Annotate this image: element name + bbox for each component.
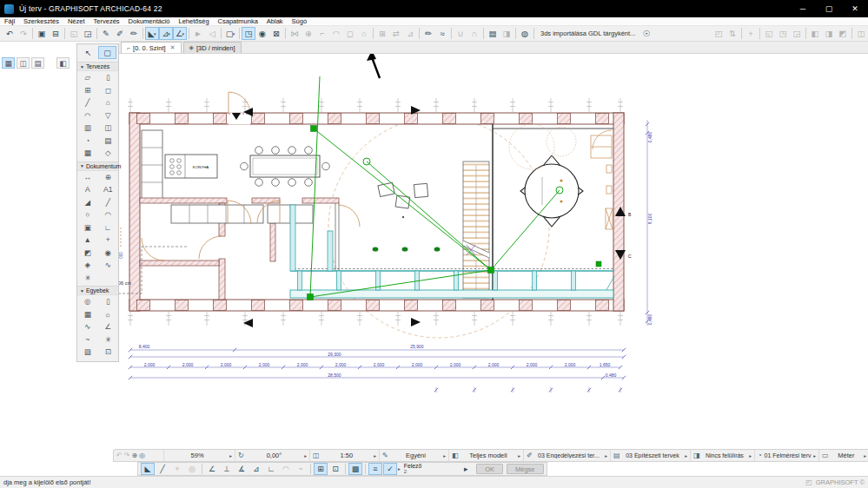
tab-3d[interactable]: ◈ [3D / minden] — [183, 42, 242, 53]
menu-file[interactable]: Fájl — [0, 17, 19, 25]
opening-tool[interactable]: ▯ — [98, 295, 119, 308]
maximize-button[interactable]: ▢ — [816, 0, 842, 17]
view-mode-2-icon[interactable]: ◫ — [17, 57, 30, 69]
library-icon[interactable]: ◍ — [518, 27, 532, 40]
snap-arc-icon[interactable]: ◠ — [279, 463, 293, 475]
fillet-icon[interactable]: ◠ — [329, 27, 343, 40]
order-front-icon[interactable]: ◨ — [822, 27, 836, 40]
import-3ds-button[interactable]: 3ds importálása GDL tárgyként... — [536, 27, 639, 40]
zoom-selector[interactable]: 59%▸ — [164, 450, 235, 461]
close-button[interactable]: ✕ — [842, 0, 868, 17]
zone-tool[interactable]: ◇ — [98, 147, 119, 160]
order-back-icon[interactable]: ◩ — [836, 27, 850, 40]
menu-design[interactable]: Tervezés — [89, 17, 124, 25]
add-drawing-icon[interactable]: + — [744, 27, 758, 40]
select-arrow-tool[interactable]: ↖ — [79, 46, 97, 59]
redo-icon[interactable]: ↷ — [17, 27, 30, 40]
copy-icon[interactable]: ◱ — [67, 27, 81, 40]
morph-tool[interactable]: ▽ — [98, 109, 119, 122]
snap-curve-icon[interactable]: ~ — [294, 463, 308, 475]
override-selector[interactable]: ◨ Nincs felülírás▸ — [691, 450, 755, 461]
relative-line-icon[interactable]: ╱ — [156, 463, 169, 475]
arrow-mode-icon[interactable]: ► — [191, 27, 205, 40]
section-document[interactable]: ▼Dokumentum — [77, 162, 118, 171]
patch-tool[interactable]: ✳ — [98, 333, 119, 346]
parameter-pen-icon[interactable]: ✏ — [127, 27, 141, 40]
multiply-icon[interactable]: ⊞ — [375, 27, 389, 40]
roof-tool[interactable]: ⌂ — [98, 96, 119, 109]
pick-element-icon[interactable]: ◉ — [255, 27, 269, 40]
previous-view-icon[interactable]: ↶ — [116, 452, 123, 459]
intersect-icon[interactable]: ∩ — [467, 27, 481, 40]
stretch-icon[interactable]: ⇄ — [389, 27, 403, 40]
relative-angle-icon[interactable]: ◣ — [141, 463, 155, 475]
trim-icon[interactable]: ⌐ — [315, 27, 329, 40]
shading-icon[interactable]: ◨ — [500, 27, 514, 40]
object-tool[interactable]: ▦ — [77, 147, 98, 160]
section-design[interactable]: ▼Tervezés — [77, 62, 118, 71]
elevation-tool[interactable]: ◉ — [98, 247, 119, 260]
marquee-mode-icon[interactable]: ▢▾ — [223, 27, 237, 40]
wall-tool[interactable]: ▱ — [77, 71, 98, 84]
custom-selector[interactable]: ✎ Egyéni▸ — [380, 450, 449, 461]
align-center-icon[interactable]: ◳ — [776, 27, 790, 40]
group-icon[interactable]: ◫ — [854, 27, 868, 40]
marquee-tool[interactable]: ▢ — [98, 46, 116, 59]
menu-window[interactable]: Ablak — [262, 17, 288, 25]
zoom-select-icon[interactable]: ⊕ — [301, 27, 315, 40]
snap-point-input[interactable]: Felező 2 — [401, 463, 424, 475]
layers-selector[interactable]: ▤ 03 Építészeti tervek▸ — [611, 450, 691, 461]
circle-tool[interactable]: ○ — [77, 208, 98, 221]
annotate-icon[interactable]: ✏ — [421, 27, 435, 40]
adjust-icon[interactable]: ⌂ — [357, 27, 371, 40]
layers-icon[interactable]: ▤ — [486, 27, 500, 40]
wave-tool[interactable]: ~ — [77, 333, 98, 346]
snap-mode-caret-icon[interactable]: ▸ — [398, 466, 401, 472]
next-view-icon[interactable]: ↷ — [124, 452, 130, 459]
rotation-selector[interactable]: ↻ 0,00°▸ — [235, 450, 310, 461]
snap-align-icon[interactable]: ∟ — [264, 463, 278, 475]
grid-snap-icon[interactable]: ⊞ — [314, 463, 328, 475]
grid-element-tool[interactable]: ▦ — [77, 308, 98, 321]
column-tool[interactable]: ◔ — [77, 135, 98, 148]
expand-options-icon[interactable]: ▸ — [459, 463, 473, 475]
menu-document[interactable]: Dokumentáció — [124, 17, 175, 25]
snap-points-icon[interactable]: ⊿▾ — [159, 27, 173, 40]
snap-offset-icon[interactable]: ⊿ — [249, 463, 263, 475]
corner-mark-tool[interactable]: ∟ — [98, 221, 119, 234]
arc-tool[interactable]: ◠ — [98, 208, 119, 221]
save-icon[interactable]: ▣ — [35, 27, 49, 40]
menu-teamwork[interactable]: Csapatmunka — [214, 17, 262, 25]
view-mode-4-icon[interactable]: ◧ — [56, 57, 70, 69]
selection-overlay[interactable] — [308, 76, 602, 300]
unit-selector[interactable]: ▭ Méter▸ — [819, 450, 868, 461]
fill-tool[interactable]: ◢ — [77, 196, 98, 209]
mesh-tool[interactable]: ▥ — [77, 122, 98, 135]
camera-tool[interactable]: ◎ — [77, 295, 98, 308]
compare-icon[interactable]: ≈ — [435, 27, 449, 40]
grid-snap-alt-icon[interactable]: ⊡ — [328, 463, 342, 475]
dimension-tool[interactable]: ↔ — [77, 171, 98, 184]
hotspot-tool[interactable]: ✳ — [77, 272, 98, 285]
section-tool[interactable]: ▲ — [77, 234, 98, 247]
freehand-tool[interactable]: ∿ — [77, 320, 98, 333]
renovation-selector[interactable]: ◔ 01 Felmérési terv▸ — [755, 450, 819, 461]
tab-close-icon[interactable]: ✕ — [170, 44, 176, 51]
view-mode-1-icon[interactable]: ▦ — [2, 57, 15, 69]
pickup-parameters-icon[interactable]: ✎ — [99, 27, 113, 40]
label-tool[interactable]: A1 — [98, 183, 119, 196]
relative-plus-icon[interactable]: + — [170, 463, 184, 475]
align-left-icon[interactable]: ◱ — [762, 27, 776, 40]
spline-tool[interactable]: ∿ — [98, 259, 119, 272]
snap-angle-icon[interactable]: ∠▾ — [173, 27, 187, 40]
undo-icon[interactable]: ↶ — [3, 27, 17, 40]
ok-button[interactable]: OK — [476, 464, 503, 474]
split-icon[interactable]: ◻ — [343, 27, 357, 40]
view-mode-3-icon[interactable]: ▤ — [31, 57, 44, 69]
window-tool[interactable]: ◻ — [98, 84, 119, 97]
hatch-tool[interactable]: ▨ — [77, 346, 98, 359]
relative-origin-icon[interactable]: ◎ — [185, 463, 199, 475]
door-tool[interactable]: ▯ — [98, 71, 119, 84]
figure-tool[interactable]: ▣ — [77, 221, 98, 234]
zoom-in-icon[interactable]: ⊕ — [131, 452, 137, 459]
